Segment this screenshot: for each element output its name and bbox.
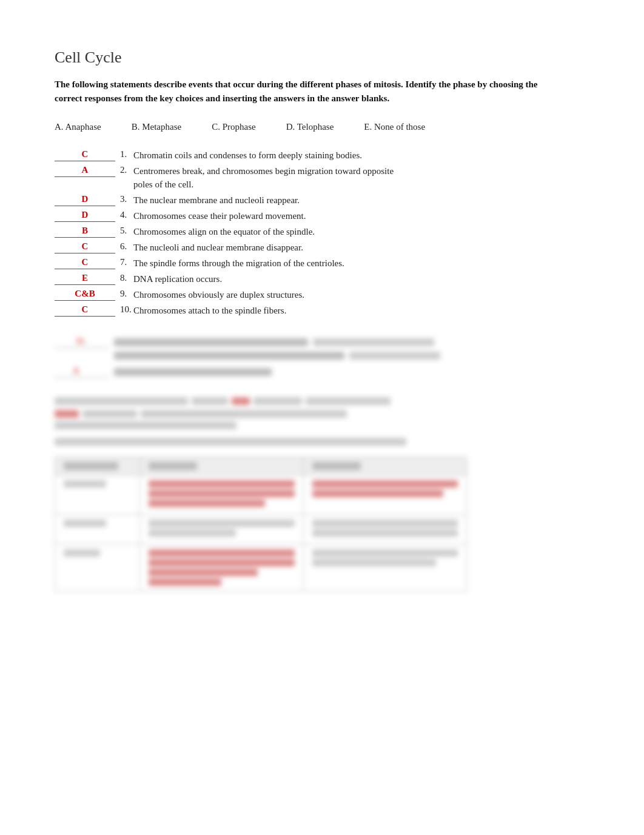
- question-number-7: 7.: [120, 257, 133, 267]
- question-number-5: 5.: [120, 226, 133, 236]
- question-row-9: C&B 9. Chromosomes obviously are duplex …: [55, 289, 589, 302]
- answer-text-8: E: [82, 273, 88, 283]
- question-row-4: D 4. Chromosomes cease their poleward mo…: [55, 210, 589, 223]
- answer-text-9: C&B: [75, 289, 95, 299]
- key-choice-a: A. Anaphase: [55, 122, 101, 132]
- question-number-8: 8.: [120, 273, 133, 283]
- answer-text-3: D: [82, 194, 89, 204]
- answer-blank-4: D: [55, 210, 115, 222]
- page-title: Cell Cycle: [55, 49, 589, 67]
- question-row-5: B 5. Chromosomes align on the equator of…: [55, 226, 589, 239]
- question-row-8: E 8. DNA replication occurs.: [55, 273, 589, 286]
- blurred-section-2: [55, 397, 589, 591]
- answer-text-2: A: [82, 165, 89, 175]
- question-number-10: 10.: [120, 304, 133, 315]
- question-text-1: Chromatin coils and condenses to form de…: [133, 149, 589, 163]
- key-choice-d: D. Telophase: [286, 122, 334, 132]
- question-row-3: D 3. The nuclear membrane and nucleoli r…: [55, 194, 589, 207]
- answer-blank-7: C: [55, 257, 115, 269]
- question-row-10: C 10. Chromosomes attach to the spindle …: [55, 304, 589, 318]
- answer-blank-8: E: [55, 273, 115, 285]
- answer-text-10: C: [82, 304, 89, 315]
- answer-blank-2: A: [55, 165, 115, 177]
- question-row-7: C 7. The spindle forms through the migra…: [55, 257, 589, 270]
- question-number-1: 1.: [120, 149, 133, 159]
- answer-text-4: D: [82, 210, 89, 220]
- blurred-section-1: 11. A: [55, 330, 589, 387]
- answer-blank-10: C: [55, 304, 115, 317]
- question-text-8: DNA replication occurs.: [133, 273, 589, 286]
- question-number-9: 9.: [120, 289, 133, 299]
- key-choice-e: E. None of those: [364, 122, 425, 132]
- question-row-6: C 6. The nucleoli and nuclear membrane d…: [55, 241, 589, 255]
- answer-blank-9: C&B: [55, 289, 115, 301]
- question-number-3: 3.: [120, 194, 133, 204]
- question-text-4: Chromosomes cease their poleward movemen…: [133, 210, 589, 223]
- answer-text-5: B: [82, 226, 88, 236]
- answer-text-6: C: [82, 241, 89, 252]
- answer-blank-6: C: [55, 241, 115, 253]
- question-text-9: Chromosomes obviously are duplex structu…: [133, 289, 589, 302]
- key-choice-b: B. Metaphase: [132, 122, 181, 132]
- questions-list: C 1. Chromatin coils and condenses to fo…: [55, 149, 589, 318]
- instructions: The following statements describe events…: [55, 78, 552, 105]
- question-row-1: C 1. Chromatin coils and condenses to fo…: [55, 149, 589, 163]
- question-row-2: A 2. Centromeres break, and chromosomes …: [55, 165, 589, 192]
- question-number-4: 4.: [120, 210, 133, 220]
- answer-blank-3: D: [55, 194, 115, 206]
- question-text-10: Chromosomes attach to the spindle fibers…: [133, 304, 589, 318]
- answer-text-7: C: [82, 257, 89, 267]
- answer-text-1: C: [82, 149, 89, 159]
- question-text-2: Centromeres break, and chromosomes begin…: [133, 165, 589, 192]
- key-choices: A. Anaphase B. Metaphase C. Prophase D. …: [55, 122, 589, 132]
- question-number-2: 2.: [120, 165, 133, 175]
- key-choice-c: C. Prophase: [212, 122, 256, 132]
- question-text-5: Chromosomes align on the equator of the …: [133, 226, 589, 239]
- question-text-7: The spindle forms through the migration …: [133, 257, 589, 270]
- answer-blank-5: B: [55, 226, 115, 238]
- question-text-3: The nuclear membrane and nucleoli reappe…: [133, 194, 589, 207]
- question-text-6: The nucleoli and nuclear membrane disapp…: [133, 241, 589, 255]
- answer-blank-1: C: [55, 149, 115, 161]
- question-number-6: 6.: [120, 241, 133, 252]
